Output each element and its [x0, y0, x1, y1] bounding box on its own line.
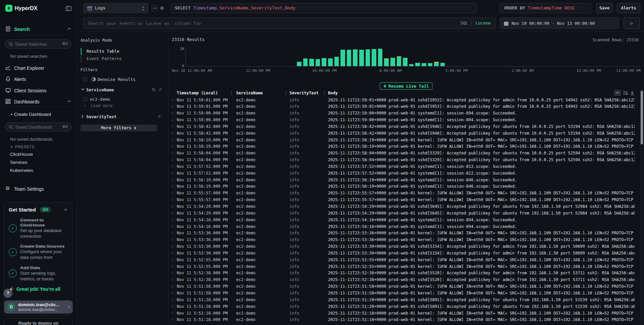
lucene-toggle[interactable]: Lucene: [476, 20, 491, 26]
table-row[interactable]: ›Nov 11 5:56:19.000 PMec2-demoinfo2025-1…: [168, 177, 640, 183]
preset-services[interactable]: Services: [10, 160, 28, 165]
histogram-bar[interactable]: [390, 58, 395, 66]
chevron-right-icon[interactable]: [82, 115, 84, 118]
histogram-bar-warn[interactable]: [397, 56, 401, 57]
row-expand-icon[interactable]: ›: [171, 137, 173, 142]
source-select[interactable]: Logs: [84, 3, 148, 13]
table-row[interactable]: ›Nov 11 5:58:04.000 PMec2-demoinfo2025-1…: [168, 150, 640, 157]
load-more[interactable]: › Load more: [84, 103, 113, 108]
histogram-bar[interactable]: [334, 57, 339, 66]
table-row[interactable]: ›Nov 11 5:58:19.000 PMec2-demoinfo2025-1…: [168, 137, 640, 143]
table-row[interactable]: ›Nov 11 5:59:00.000 PMec2-demoinfo2025-1…: [168, 110, 640, 117]
row-expand-icon[interactable]: ›: [171, 284, 173, 289]
column-resize-handle[interactable]: [285, 91, 286, 95]
create-dashboard-button[interactable]: + Create Dashboard: [10, 112, 51, 117]
histogram-bar[interactable]: [403, 58, 408, 66]
row-expand-icon[interactable]: ›: [171, 118, 173, 122]
histogram-bar[interactable]: [303, 58, 308, 66]
table-row[interactable]: ›Nov 11 5:54:16.000 PMec2-demoinfo2025-1…: [168, 217, 640, 223]
wrap-lines-icon[interactable]: [623, 91, 628, 95]
table-row[interactable]: ›Nov 11 5:51:58.000 PMec2-demoinfo2025-1…: [168, 290, 640, 296]
row-expand-icon[interactable]: ›: [171, 317, 173, 322]
histogram-bar[interactable]: [340, 50, 345, 66]
histogram-bar[interactable]: [328, 58, 333, 66]
sidebar-item-client-sessions[interactable]: Client Sessions: [0, 87, 76, 94]
row-expand-icon[interactable]: ›: [171, 311, 173, 315]
filter-group-servicename[interactable]: ServiceName: [86, 87, 114, 92]
histogram-bar-warn[interactable]: [434, 62, 439, 62]
row-expand-icon[interactable]: ›: [171, 224, 173, 229]
more-filters-button[interactable]: More filters ∨: [80, 125, 157, 131]
table-row[interactable]: ›Nov 11 5:52:55.000 PMec2-demoinfo2025-1…: [168, 257, 640, 263]
table-row[interactable]: ›Nov 11 5:55:57.000 PMec2-demoinfo2025-1…: [168, 197, 640, 203]
row-expand-icon[interactable]: ›: [171, 184, 173, 189]
histogram-bar[interactable]: [372, 49, 376, 66]
sidebar-item-alerts[interactable]: Alerts: [0, 76, 76, 83]
column-resize-handle[interactable]: [231, 91, 232, 95]
histogram-bar[interactable]: [347, 50, 352, 66]
histogram-bar[interactable]: [415, 63, 420, 66]
histogram-bar[interactable]: [359, 50, 364, 66]
chevron-down-icon[interactable]: [81, 88, 85, 90]
row-expand-icon[interactable]: ›: [171, 264, 173, 269]
col-header-timestamp[interactable]: Timestamp (Local): [177, 91, 218, 95]
row-expand-icon[interactable]: ›: [171, 171, 173, 175]
alerts-button[interactable]: Alerts: [617, 3, 640, 13]
table-row[interactable]: ›Nov 11 5:52:55.000 PMec2-demoinfo2025-1…: [168, 263, 640, 270]
table-row[interactable]: ›Nov 11 5:58:42.000 PMec2-demoinfo2025-1…: [168, 123, 640, 130]
row-expand-icon[interactable]: ›: [171, 177, 173, 182]
col-header-servicename[interactable]: ServiceName: [236, 91, 263, 95]
row-expand-icon[interactable]: ›: [171, 164, 173, 169]
histogram-bar[interactable]: [316, 59, 320, 66]
presets-section[interactable]: PRESETS: [10, 145, 35, 149]
preset-clickhouse[interactable]: ClickHouse: [10, 152, 33, 157]
col-header-severitytext[interactable]: SeverityText: [289, 91, 319, 95]
row-expand-icon[interactable]: ›: [171, 304, 173, 309]
denoise-checkbox[interactable]: [83, 77, 87, 82]
filter-group-severitytext[interactable]: SeverityText: [86, 114, 116, 119]
table-row[interactable]: ›Nov 11 5:53:30.000 PMec2-demoinfo2025-1…: [168, 250, 640, 257]
user-account-chip[interactable]: D dominic.tran@clic... dominic.tran@clic…: [4, 300, 73, 314]
histogram-bars[interactable]: [185, 49, 641, 66]
select-clause-input[interactable]: SELECT Timestamp,ServiceName,SeverityTex…: [170, 3, 477, 13]
histogram-bar[interactable]: [322, 58, 326, 66]
row-expand-icon[interactable]: ›: [171, 104, 173, 109]
table-row[interactable]: ›Nov 11 5:51:58.000 PMec2-demoinfo2025-1…: [168, 283, 640, 290]
row-expand-icon[interactable]: ›: [171, 271, 173, 275]
expand-view-button[interactable]: <>: [614, 90, 621, 96]
table-row[interactable]: ›Nov 11 5:59:01.000 PMec2-demoinfo2025-1…: [168, 103, 640, 110]
preset-kubernetes[interactable]: Kubernetes: [10, 168, 33, 173]
histogram-bar[interactable]: [309, 59, 314, 66]
code-view-button[interactable]: <>: [152, 5, 158, 11]
table-row[interactable]: ›Nov 11 5:57:52.000 PMec2-demoinfo2025-1…: [168, 163, 640, 170]
row-expand-icon[interactable]: ›: [171, 297, 173, 302]
table-row[interactable]: ›Nov 11 5:59:01.000 PMec2-demoinfo2025-1…: [168, 97, 640, 103]
row-expand-icon[interactable]: ›: [171, 144, 173, 149]
histogram-bar[interactable]: [409, 64, 414, 66]
sidebar-collapse-icon[interactable]: [66, 6, 71, 11]
sidebar-item-team-settings[interactable]: ⚙ Team Settings: [0, 185, 76, 193]
table-row[interactable]: ›Nov 11 5:52:38.000 PMec2-demoinfo2025-1…: [168, 277, 640, 283]
vertical-scrollbar-thumb[interactable]: [641, 91, 643, 144]
table-row[interactable]: ›Nov 11 5:53:30.000 PMec2-demoinfo2025-1…: [168, 243, 640, 250]
histogram-bar[interactable]: [353, 49, 358, 66]
table-row[interactable]: ›Nov 11 5:54:29.000 PMec2-demoinfo2025-1…: [168, 203, 640, 210]
filter-option-checkbox[interactable]: [83, 97, 87, 101]
download-icon[interactable]: [630, 91, 635, 95]
table-row[interactable]: ›Nov 11 5:53:36.000 PMec2-demoinfo2025-1…: [168, 237, 640, 243]
date-range-picker[interactable]: Nov 10 00:00:00 - Nov 13 00:00:00: [500, 17, 619, 29]
table-row[interactable]: ›Nov 11 5:56:19.000 PMec2-demoinfo2025-1…: [168, 183, 640, 190]
row-expand-icon[interactable]: ›: [171, 211, 173, 215]
table-row[interactable]: ›Nov 11 5:51:18.000 PMec2-demoinfo2025-1…: [168, 310, 640, 317]
row-expand-icon[interactable]: ›: [171, 290, 173, 295]
settings-gear-icon[interactable]: ⚙: [160, 5, 164, 11]
filter-option-ec2-demo[interactable]: ec2-demo: [90, 97, 110, 102]
row-expand-icon[interactable]: ›: [171, 111, 173, 115]
help-button[interactable]: ?: [3, 289, 12, 298]
histogram-bar[interactable]: [384, 59, 389, 66]
histogram-bar[interactable]: [397, 57, 401, 66]
chevron-up-icon[interactable]: [64, 208, 67, 211]
resume-live-tail-button[interactable]: Resume Live Tail: [380, 82, 432, 90]
deploy-note-card[interactable]: Ready to deploy on: [4, 318, 73, 325]
table-row[interactable]: ›Nov 11 5:59:00.000 PMec2-demoinfo2025-1…: [168, 117, 640, 124]
